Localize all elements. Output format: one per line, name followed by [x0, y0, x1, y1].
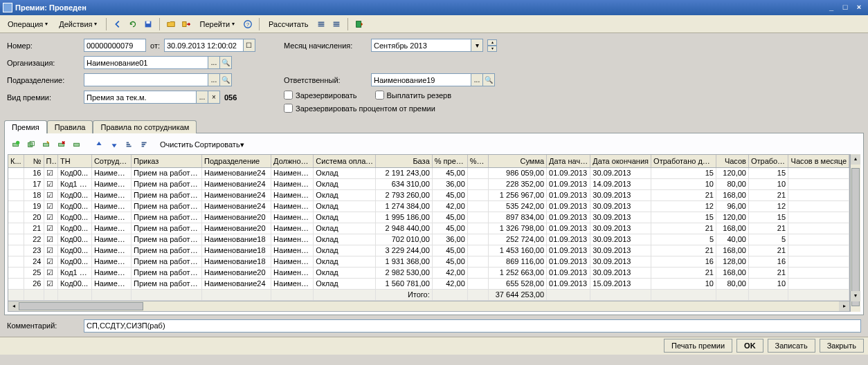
col-header[interactable]: Сотрудник — [91, 155, 131, 167]
kind-label: Вид премии: — [7, 93, 80, 102]
col-header[interactable]: Система оплаты — [314, 155, 376, 167]
table-row[interactable]: 19☑Код00...Наимено...Прием на работу ...… — [8, 200, 849, 212]
kind-field[interactable] — [84, 91, 197, 104]
comment-label: Комментарий: — [7, 321, 80, 330]
export-icon[interactable] — [352, 17, 366, 31]
table-row[interactable]: 18☑Код00...Наимено...Прием на работу ...… — [8, 189, 849, 200]
col-header[interactable]: Сумма — [489, 155, 547, 167]
close-button[interactable]: × — [853, 2, 865, 13]
col-header[interactable]: № — [24, 155, 44, 167]
date-field[interactable] — [164, 39, 244, 52]
tab-bonus[interactable]: Премия — [4, 120, 47, 133]
kind-clear-icon[interactable]: × — [208, 91, 220, 104]
svg-rect-16 — [44, 143, 49, 146]
subdiv-open-icon[interactable]: 🔍 — [220, 73, 232, 86]
folder-icon[interactable] — [164, 17, 178, 31]
subdiv-select-icon[interactable]: ... — [208, 73, 220, 86]
help-icon[interactable]: ? — [241, 17, 255, 31]
save-button[interactable]: Записать — [768, 339, 815, 353]
table-row[interactable]: 26☑Код00...Наимено...Прием на работу ...… — [8, 278, 849, 289]
close-form-button[interactable]: Закрыть — [820, 339, 864, 353]
save-icon[interactable] — [141, 17, 155, 31]
reservepct-checkbox[interactable]: Зарезервировать процентом от премии — [284, 104, 435, 113]
add-row-icon[interactable] — [9, 138, 23, 151]
table-row[interactable]: 22☑Код00...Наимено...Прием на работу ...… — [8, 234, 849, 245]
back-icon[interactable] — [111, 17, 125, 31]
org-field[interactable] — [84, 56, 208, 69]
resp-field[interactable] — [371, 73, 471, 86]
v-scrollbar[interactable]: ▴ ▾ — [850, 154, 860, 312]
h-scrollbar[interactable]: ◂▸ — [8, 301, 849, 311]
col-header[interactable]: Дата нача... — [547, 155, 590, 167]
col-header[interactable]: Часов в месяце — [788, 155, 849, 167]
subdiv-field[interactable] — [84, 73, 208, 86]
comment-field[interactable] — [84, 319, 861, 333]
tab-bar: Премия Правила Правила по сотрудникам — [0, 120, 868, 133]
table-row[interactable]: 20☑Код00...Наимено...Прием на работу ...… — [8, 212, 849, 223]
end-edit-icon[interactable] — [70, 138, 84, 151]
table-row[interactable]: 17☑Код1 1...Наимено...Прием на работу ..… — [8, 178, 849, 189]
col-header[interactable]: Подразделение — [202, 155, 271, 167]
table-row[interactable]: 23☑Код00...Наимено...Прием на работу ...… — [8, 245, 849, 256]
payreserve-checkbox[interactable]: Выплатить резерв — [375, 91, 452, 100]
table-row[interactable]: 16☑Код00...Наимено...Прием на работу ...… — [8, 167, 849, 178]
minimize-button[interactable]: _ — [825, 2, 838, 13]
number-field[interactable] — [84, 39, 146, 52]
refresh-icon[interactable] — [126, 17, 140, 31]
ok-button[interactable]: OK — [736, 339, 763, 353]
sort-asc-icon[interactable] — [123, 138, 136, 151]
col-header[interactable]: Должность — [271, 155, 314, 167]
col-header[interactable]: База — [376, 155, 433, 167]
operation-menu[interactable]: Операция▾ — [3, 17, 53, 31]
clear-button[interactable]: Очистить — [160, 140, 193, 149]
month-field[interactable] — [371, 39, 471, 52]
table-row[interactable]: 25☑Код1 0...Наимено...Прием на работу ..… — [8, 267, 849, 278]
col-header[interactable]: Дата окончания — [590, 155, 651, 167]
col-header[interactable]: Отработано дней — [651, 155, 716, 167]
col-header[interactable]: % л... — [467, 155, 489, 167]
window-titlebar: Премии: Проведен _ □ × — [0, 0, 868, 15]
move-up-icon[interactable] — [92, 138, 106, 151]
edit-row-icon[interactable] — [39, 138, 53, 151]
col-header[interactable]: % премии — [432, 155, 467, 167]
date-picker-icon[interactable]: ☐ — [244, 39, 255, 52]
copy-move-icon[interactable] — [179, 17, 193, 31]
org-select-icon[interactable]: ... — [208, 56, 220, 69]
goto-menu[interactable]: Перейти▾ — [195, 17, 239, 31]
tab-rules-employees[interactable]: Правила по сотрудникам — [93, 120, 197, 133]
resp-open-icon[interactable]: 🔍 — [483, 73, 495, 86]
list-icon-2[interactable] — [329, 17, 343, 31]
col-header[interactable]: Отработа... — [748, 155, 788, 167]
month-up-icon[interactable]: ▴ — [487, 39, 497, 46]
table-row[interactable]: 21☑Код00...Наимено...Прием на работу ...… — [8, 223, 849, 234]
list-icon-1[interactable] — [314, 17, 328, 31]
month-dropdown-icon[interactable]: ▾ — [471, 39, 483, 52]
col-header[interactable]: Часов — [716, 155, 749, 167]
delete-row-icon[interactable] — [55, 138, 69, 151]
reserve-checkbox[interactable]: Зарезервировать — [284, 91, 357, 100]
maximize-button[interactable]: □ — [839, 2, 851, 13]
bottom-toolbar: Печать премии OK Записать Закрыть — [0, 337, 868, 355]
window-title: Премии: Проведен — [15, 3, 824, 12]
move-down-icon[interactable] — [107, 138, 121, 151]
col-header[interactable]: ТН — [57, 155, 91, 167]
svg-rect-22 — [142, 142, 147, 144]
kind-select-icon[interactable]: ... — [197, 91, 208, 104]
sort-desc-icon[interactable] — [138, 138, 152, 151]
col-header[interactable]: Приказ — [132, 155, 202, 167]
table-row[interactable]: 24☑Код00...Наимено...Прием на работу ...… — [8, 256, 849, 267]
svg-rect-7 — [318, 25, 325, 26]
col-header[interactable]: П... — [44, 155, 57, 167]
svg-rect-21 — [127, 146, 132, 147]
tab-rules[interactable]: Правила — [47, 120, 93, 133]
sort-menu[interactable]: Сортировать▾ — [195, 140, 244, 149]
copy-row-icon[interactable] — [24, 138, 38, 151]
org-open-icon[interactable]: 🔍 — [220, 56, 232, 69]
print-button[interactable]: Печать премии — [664, 339, 732, 353]
app-icon — [3, 3, 12, 12]
actions-menu[interactable]: Действия▾ — [54, 17, 102, 31]
month-down-icon[interactable]: ▾ — [487, 46, 497, 52]
calculate-button[interactable]: Рассчитать — [264, 17, 313, 31]
resp-select-icon[interactable]: ... — [471, 73, 483, 86]
col-header[interactable]: К... — [8, 155, 24, 167]
